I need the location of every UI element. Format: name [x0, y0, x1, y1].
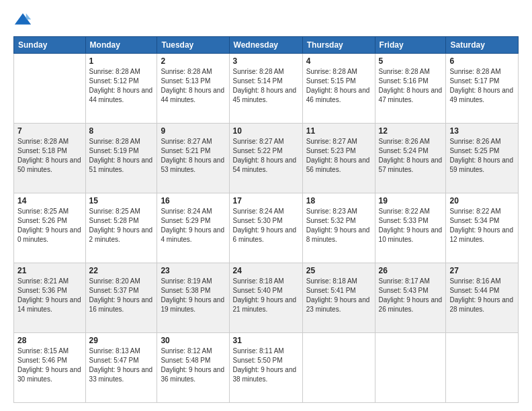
day-number: 18 [306, 196, 371, 205]
calendar-cell: 25Sunrise: 8:18 AMSunset: 5:41 PMDayligh… [302, 263, 375, 333]
calendar-cell [302, 333, 375, 403]
day-info: Sunrise: 8:20 AMSunset: 5:37 PMDaylight:… [89, 277, 154, 314]
day-info: Sunrise: 8:11 AMSunset: 5:50 PMDaylight:… [233, 347, 299, 384]
weekday-header-thursday: Thursday [302, 37, 375, 54]
day-info: Sunrise: 8:28 AMSunset: 5:16 PMDaylight:… [379, 67, 443, 105]
week-row-5: 28Sunrise: 8:15 AMSunset: 5:46 PMDayligh… [14, 333, 519, 403]
day-number: 21 [17, 266, 82, 275]
day-number: 19 [379, 196, 443, 205]
calendar-cell: 19Sunrise: 8:22 AMSunset: 5:33 PMDayligh… [375, 193, 446, 263]
logo [13, 11, 35, 30]
day-info: Sunrise: 8:25 AMSunset: 5:28 PMDaylight:… [89, 207, 154, 244]
day-number: 20 [449, 196, 515, 205]
calendar-cell: 27Sunrise: 8:16 AMSunset: 5:44 PMDayligh… [446, 263, 519, 333]
day-number: 26 [379, 266, 443, 275]
day-info: Sunrise: 8:28 AMSunset: 5:12 PMDaylight:… [89, 67, 154, 105]
header [13, 11, 519, 30]
weekday-header-row: SundayMondayTuesdayWednesdayThursdayFrid… [14, 37, 519, 54]
calendar-cell: 21Sunrise: 8:21 AMSunset: 5:36 PMDayligh… [14, 263, 86, 333]
calendar-cell: 31Sunrise: 8:11 AMSunset: 5:50 PMDayligh… [229, 333, 302, 403]
calendar-cell: 17Sunrise: 8:24 AMSunset: 5:30 PMDayligh… [229, 193, 302, 263]
day-number: 31 [233, 336, 299, 345]
day-info: Sunrise: 8:27 AMSunset: 5:23 PMDaylight:… [306, 137, 371, 175]
calendar-page: SundayMondayTuesdayWednesdayThursdayFrid… [0, 0, 532, 411]
day-info: Sunrise: 8:22 AMSunset: 5:34 PMDaylight:… [449, 207, 515, 244]
day-number: 23 [161, 266, 225, 275]
calendar-cell: 20Sunrise: 8:22 AMSunset: 5:34 PMDayligh… [446, 193, 519, 263]
day-info: Sunrise: 8:28 AMSunset: 5:13 PMDaylight:… [161, 67, 225, 105]
calendar-cell: 14Sunrise: 8:25 AMSunset: 5:26 PMDayligh… [14, 193, 86, 263]
calendar-cell: 5Sunrise: 8:28 AMSunset: 5:16 PMDaylight… [375, 54, 446, 124]
calendar-cell: 6Sunrise: 8:28 AMSunset: 5:17 PMDaylight… [446, 54, 519, 124]
day-number: 16 [161, 196, 225, 205]
day-number: 7 [17, 126, 82, 136]
weekday-header-monday: Monday [85, 37, 157, 54]
day-info: Sunrise: 8:15 AMSunset: 5:46 PMDaylight:… [17, 347, 82, 384]
day-info: Sunrise: 8:24 AMSunset: 5:30 PMDaylight:… [233, 207, 299, 244]
calendar-cell [446, 333, 519, 403]
day-info: Sunrise: 8:27 AMSunset: 5:22 PMDaylight:… [233, 137, 299, 175]
calendar-cell: 28Sunrise: 8:15 AMSunset: 5:46 PMDayligh… [14, 333, 86, 403]
day-info: Sunrise: 8:27 AMSunset: 5:21 PMDaylight:… [161, 137, 225, 175]
logo-icon [13, 11, 32, 30]
week-row-1: 1Sunrise: 8:28 AMSunset: 5:12 PMDaylight… [14, 54, 519, 124]
calendar-cell: 4Sunrise: 8:28 AMSunset: 5:15 PMDaylight… [302, 54, 375, 124]
calendar-cell: 23Sunrise: 8:19 AMSunset: 5:38 PMDayligh… [157, 263, 229, 333]
day-info: Sunrise: 8:28 AMSunset: 5:17 PMDaylight:… [449, 67, 515, 105]
svg-marker-1 [26, 13, 31, 19]
day-number: 1 [89, 56, 154, 66]
day-number: 11 [306, 126, 371, 136]
day-info: Sunrise: 8:18 AMSunset: 5:40 PMDaylight:… [233, 277, 299, 314]
day-info: Sunrise: 8:25 AMSunset: 5:26 PMDaylight:… [17, 207, 82, 244]
calendar-cell: 26Sunrise: 8:17 AMSunset: 5:43 PMDayligh… [375, 263, 446, 333]
day-number: 30 [161, 336, 225, 345]
calendar-cell: 7Sunrise: 8:28 AMSunset: 5:18 PMDaylight… [14, 124, 86, 193]
day-number: 3 [233, 56, 299, 66]
weekday-header-wednesday: Wednesday [229, 37, 302, 54]
calendar-cell: 24Sunrise: 8:18 AMSunset: 5:40 PMDayligh… [229, 263, 302, 333]
calendar-cell: 8Sunrise: 8:28 AMSunset: 5:19 PMDaylight… [85, 124, 157, 193]
day-info: Sunrise: 8:28 AMSunset: 5:18 PMDaylight:… [17, 137, 82, 175]
day-number: 29 [89, 336, 154, 345]
day-info: Sunrise: 8:18 AMSunset: 5:41 PMDaylight:… [306, 277, 371, 314]
calendar-cell: 22Sunrise: 8:20 AMSunset: 5:37 PMDayligh… [85, 263, 157, 333]
calendar-cell: 2Sunrise: 8:28 AMSunset: 5:13 PMDaylight… [157, 54, 229, 124]
week-row-2: 7Sunrise: 8:28 AMSunset: 5:18 PMDaylight… [14, 124, 519, 193]
day-number: 14 [17, 196, 82, 205]
day-info: Sunrise: 8:12 AMSunset: 5:48 PMDaylight:… [161, 347, 225, 384]
day-info: Sunrise: 8:21 AMSunset: 5:36 PMDaylight:… [17, 277, 82, 314]
day-number: 12 [379, 126, 443, 136]
day-number: 8 [89, 126, 154, 136]
day-info: Sunrise: 8:13 AMSunset: 5:47 PMDaylight:… [89, 347, 154, 384]
day-number: 28 [17, 336, 82, 345]
calendar-cell: 12Sunrise: 8:26 AMSunset: 5:24 PMDayligh… [375, 124, 446, 193]
calendar-cell: 30Sunrise: 8:12 AMSunset: 5:48 PMDayligh… [157, 333, 229, 403]
calendar-cell: 10Sunrise: 8:27 AMSunset: 5:22 PMDayligh… [229, 124, 302, 193]
calendar-table: SundayMondayTuesdayWednesdayThursdayFrid… [13, 36, 519, 403]
day-number: 22 [89, 266, 154, 275]
day-info: Sunrise: 8:28 AMSunset: 5:15 PMDaylight:… [306, 67, 371, 105]
calendar-cell: 1Sunrise: 8:28 AMSunset: 5:12 PMDaylight… [85, 54, 157, 124]
calendar-cell: 13Sunrise: 8:26 AMSunset: 5:25 PMDayligh… [446, 124, 519, 193]
day-info: Sunrise: 8:26 AMSunset: 5:24 PMDaylight:… [379, 137, 443, 175]
day-info: Sunrise: 8:17 AMSunset: 5:43 PMDaylight:… [379, 277, 443, 314]
day-number: 25 [306, 266, 371, 275]
day-number: 24 [233, 266, 299, 275]
week-row-3: 14Sunrise: 8:25 AMSunset: 5:26 PMDayligh… [14, 193, 519, 263]
calendar-cell: 18Sunrise: 8:23 AMSunset: 5:32 PMDayligh… [302, 193, 375, 263]
calendar-cell: 11Sunrise: 8:27 AMSunset: 5:23 PMDayligh… [302, 124, 375, 193]
calendar-cell: 29Sunrise: 8:13 AMSunset: 5:47 PMDayligh… [85, 333, 157, 403]
day-number: 6 [449, 56, 515, 66]
calendar-cell: 9Sunrise: 8:27 AMSunset: 5:21 PMDaylight… [157, 124, 229, 193]
day-info: Sunrise: 8:28 AMSunset: 5:14 PMDaylight:… [233, 67, 299, 105]
day-number: 15 [89, 196, 154, 205]
day-number: 4 [306, 56, 371, 66]
day-info: Sunrise: 8:19 AMSunset: 5:38 PMDaylight:… [161, 277, 225, 314]
calendar-cell: 3Sunrise: 8:28 AMSunset: 5:14 PMDaylight… [229, 54, 302, 124]
day-info: Sunrise: 8:26 AMSunset: 5:25 PMDaylight:… [449, 137, 515, 175]
weekday-header-friday: Friday [375, 37, 446, 54]
calendar-cell [14, 54, 86, 124]
calendar-cell: 16Sunrise: 8:24 AMSunset: 5:29 PMDayligh… [157, 193, 229, 263]
day-number: 9 [161, 126, 225, 136]
day-number: 17 [233, 196, 299, 205]
